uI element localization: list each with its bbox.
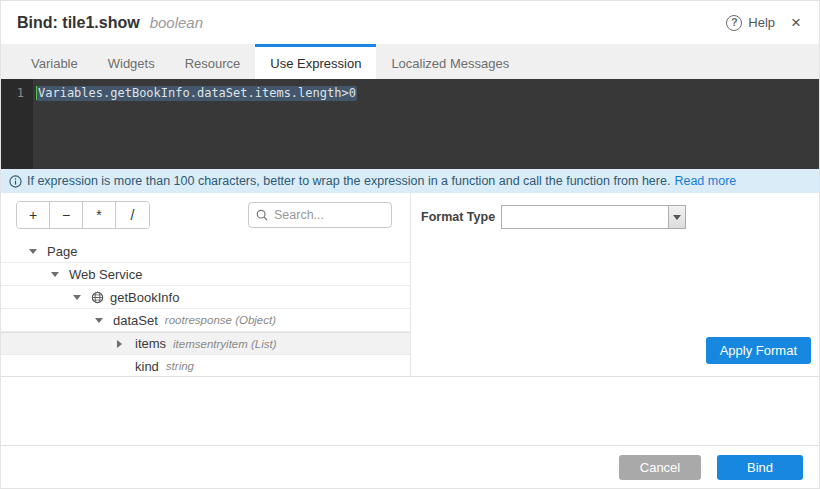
cancel-button[interactable]: Cancel — [619, 455, 701, 480]
format-type-row: Format Type — [421, 205, 811, 229]
variable-tree-panel: + − * / Page — [1, 193, 411, 376]
read-more-link[interactable]: Read more — [674, 174, 736, 188]
tree-node-label: Page — [47, 244, 77, 259]
format-type-selected-value — [502, 206, 668, 228]
tab-widgets[interactable]: Widgets — [93, 44, 170, 79]
chevron-down-icon[interactable] — [29, 249, 38, 254]
tree-node-label: dataSet — [113, 313, 158, 328]
help-button[interactable]: ? Help — [726, 15, 775, 31]
info-message: If expression is more than 100 character… — [27, 174, 670, 188]
operator-minus-button[interactable]: − — [50, 202, 83, 228]
tab-use-expression[interactable]: Use Expression — [255, 44, 376, 79]
chevron-down-icon[interactable] — [73, 295, 82, 300]
expression-toolbar: + − * / — [1, 193, 410, 234]
tree-node-kind[interactable]: kind string — [1, 355, 410, 378]
tab-bar: Variable Widgets Resource Use Expression… — [1, 44, 819, 79]
tree-node-label: kind — [135, 359, 159, 374]
chevron-down-icon — [673, 215, 681, 220]
main-content: + − * / Page — [1, 193, 819, 377]
dialog-footer: Cancel Bind — [1, 445, 819, 488]
tree-node-label: items — [135, 336, 166, 351]
tree-node-label: getBookInfo — [110, 290, 179, 305]
expression-editor[interactable]: 1 Variables.getBookInfo.dataSet.items.le… — [1, 79, 819, 169]
search-input[interactable] — [274, 208, 384, 222]
format-panel: Format Type Apply Format — [411, 193, 819, 376]
apply-format-button[interactable]: Apply Format — [706, 337, 811, 364]
tree-node-type: rootresponse (Object) — [165, 314, 276, 326]
info-circle-icon — [9, 175, 22, 188]
format-type-select[interactable] — [501, 205, 686, 229]
chevron-right-icon[interactable] — [117, 340, 126, 348]
expression-code: Variables.getBookInfo.dataSet.items.leng… — [37, 86, 357, 101]
tab-resource[interactable]: Resource — [170, 44, 256, 79]
dialog-title: Bind: tile1.show — [17, 14, 140, 32]
header-actions: ? Help × — [726, 13, 803, 33]
tree-search-box[interactable] — [248, 202, 392, 228]
editor-code-area[interactable]: Variables.getBookInfo.dataSet.items.leng… — [33, 79, 819, 169]
empty-area — [1, 377, 819, 445]
variable-tree: Page Web Service getBookInfo dataSet r — [1, 240, 410, 378]
dialog-header: Bind: tile1.show boolean ? Help × — [1, 1, 819, 44]
tree-node-page[interactable]: Page — [1, 240, 410, 263]
format-type-label: Format Type — [421, 210, 501, 224]
operator-divide-button[interactable]: / — [116, 202, 149, 228]
help-icon: ? — [726, 15, 742, 31]
line-number: 1 — [17, 86, 24, 100]
bound-property-type: boolean — [150, 14, 203, 31]
tree-node-dataset[interactable]: dataSet rootresponse (Object) — [1, 309, 410, 332]
tree-node-web-service[interactable]: Web Service — [1, 263, 410, 286]
chevron-down-icon[interactable] — [51, 272, 60, 277]
search-icon — [256, 209, 268, 221]
tree-node-items[interactable]: items itemsentryitem (List) — [1, 332, 410, 355]
tab-localized-messages[interactable]: Localized Messages — [376, 44, 524, 79]
operator-plus-button[interactable]: + — [17, 202, 50, 228]
bind-button[interactable]: Bind — [717, 455, 803, 480]
chevron-down-icon[interactable] — [95, 318, 104, 323]
tree-node-getbookinfo[interactable]: getBookInfo — [1, 286, 410, 309]
tree-node-type: itemsentryitem (List) — [173, 338, 277, 350]
operator-multiply-button[interactable]: * — [83, 202, 116, 228]
editor-gutter: 1 — [1, 79, 33, 169]
select-arrow-box — [668, 206, 685, 228]
bind-dialog: Bind: tile1.show boolean ? Help × Variab… — [0, 0, 820, 489]
tab-variable[interactable]: Variable — [16, 44, 93, 79]
info-bar: If expression is more than 100 character… — [1, 169, 819, 193]
help-label: Help — [748, 15, 775, 30]
tree-node-type: string — [166, 360, 194, 372]
tree-node-label: Web Service — [69, 267, 142, 282]
web-service-icon — [91, 291, 104, 304]
operator-button-group: + − * / — [16, 201, 150, 229]
close-icon[interactable]: × — [789, 13, 803, 33]
